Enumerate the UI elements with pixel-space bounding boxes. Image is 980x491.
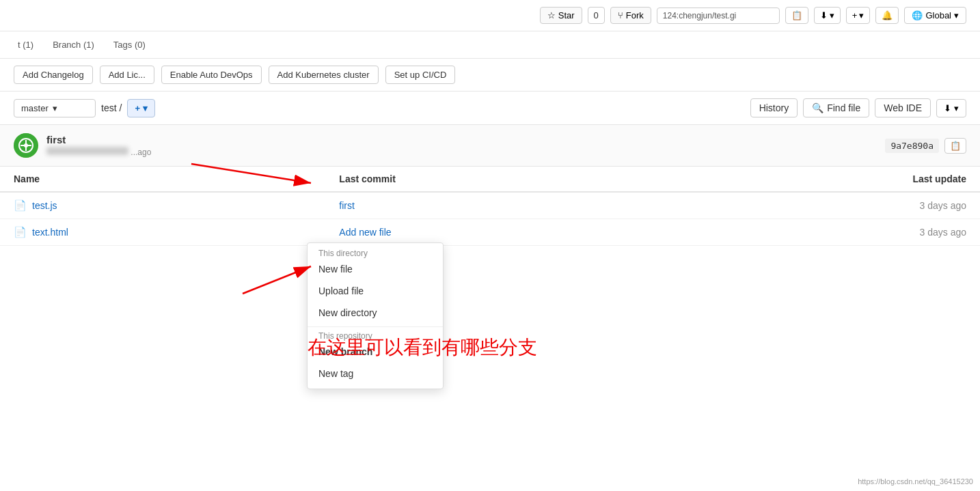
commit-row: first ...ago 9a7e890a 📋: [0, 125, 980, 167]
fork-icon: ⑂: [618, 10, 623, 20]
global-label: Global: [925, 10, 951, 20]
col-last-commit: Last commit: [325, 167, 658, 192]
top-bar: ☆ Star 0 ⑂ Fork 124:chengjun/test.gi 📋 ⬇…: [0, 0, 980, 31]
chevron-down-icon-global: ▾: [954, 10, 959, 20]
file-icon-1: 📄: [14, 199, 27, 212]
action-bar: Add Changelog Add Lic... Enable Auto Dev…: [0, 59, 980, 92]
path-breadcrumb: test /: [101, 102, 122, 113]
url-text: 124:chengjun/test.gi: [663, 11, 736, 20]
svg-point-4: [24, 143, 28, 148]
enable-auto-devops-button[interactable]: Enable Auto DevOps: [161, 66, 262, 84]
add-kubernetes-button[interactable]: Add Kubernetes cluster: [269, 66, 379, 84]
clone-icon-toolbar: ⬇: [944, 103, 951, 113]
commit-info: first ...ago: [46, 134, 877, 157]
commit-title: first: [46, 134, 877, 145]
commit-link-cell-2: Add new file: [325, 219, 658, 246]
chevron-down-icon-add: ▾: [143, 103, 148, 113]
global-button[interactable]: 🌐 Global ▾: [904, 7, 966, 24]
search-icon: 🔍: [812, 102, 824, 113]
global-icon: 🌐: [912, 10, 923, 20]
col-last-update: Last update: [658, 167, 980, 192]
commit-link-1[interactable]: first: [339, 200, 355, 211]
branch-select[interactable]: master ▾: [14, 99, 96, 117]
chevron-down-icon-branch: ▾: [53, 103, 57, 113]
dropdown-menu: This directory New file Upload file New …: [307, 242, 444, 246]
toolbar-right: History 🔍 Find file Web IDE ⬇ ▾: [750, 98, 966, 117]
history-button[interactable]: History: [750, 98, 798, 117]
bell-button[interactable]: 🔔: [875, 7, 899, 24]
last-update-cell-2: 3 days ago: [658, 219, 980, 246]
col-name: Name: [0, 167, 325, 192]
chevron-down-icon-plus: ▾: [859, 10, 864, 20]
bell-icon: 🔔: [882, 10, 893, 20]
commit-link-2[interactable]: Add new file: [339, 227, 391, 238]
fork-button[interactable]: ⑂ Fork: [610, 7, 651, 24]
add-file-button[interactable]: + ▾: [127, 99, 155, 117]
commit-meta: ...ago: [46, 147, 877, 157]
copy-hash-icon: 📋: [950, 141, 961, 151]
copy-url-button[interactable]: 📋: [785, 7, 808, 24]
avatar: [14, 133, 38, 158]
star-icon: ☆: [547, 10, 556, 20]
setup-ci-cd-button[interactable]: Set up CI/CD: [385, 66, 456, 84]
copy-hash-button[interactable]: 📋: [944, 138, 966, 154]
chevron-down-icon: ▾: [830, 10, 834, 20]
file-icon-2: 📄: [14, 226, 27, 238]
add-changelog-button[interactable]: Add Changelog: [14, 66, 93, 84]
clone-icon: ⬇: [820, 10, 828, 20]
file-table: Name Last commit Last update 📄 test.js f…: [0, 167, 980, 246]
commit-time: ...ago: [131, 148, 151, 157]
file-toolbar: master ▾ test / + ▾ History 🔍 Find file …: [0, 92, 980, 125]
table-row: 📄 text.html Add new file 3 days ago: [0, 219, 980, 246]
star-count: 0: [588, 7, 605, 24]
sub-nav-branch[interactable]: Branch (1): [49, 37, 98, 53]
file-name-cell-1: 📄 test.js: [0, 192, 325, 219]
file-link-1[interactable]: test.js: [32, 200, 57, 211]
add-icon: +: [135, 103, 140, 113]
table-row: 📄 test.js first 3 days ago: [0, 192, 980, 219]
commit-link-cell-1: first: [325, 192, 658, 219]
sub-nav-tags[interactable]: Tags (0): [109, 37, 150, 53]
commit-hash: 9a7e890a: [885, 139, 939, 153]
path-root: test: [101, 102, 117, 113]
chevron-down-icon-clone: ▾: [954, 103, 959, 113]
branch-name: master: [21, 103, 49, 113]
path-sep: /: [120, 102, 122, 113]
star-label: Star: [558, 10, 575, 20]
file-link-2[interactable]: text.html: [32, 227, 68, 238]
copy-icon: 📋: [791, 10, 802, 20]
sub-nav-commits[interactable]: t (1): [14, 37, 38, 53]
plus-dropdown-button[interactable]: + ▾: [846, 7, 871, 24]
plus-icon: +: [852, 10, 858, 20]
sub-nav: t (1) Branch (1) Tags (0): [0, 31, 980, 59]
clone-dropdown-button[interactable]: ⬇ ▾: [814, 7, 841, 24]
this-directory-label: This directory: [308, 244, 379, 246]
author-blurred: [46, 147, 128, 155]
find-file-button[interactable]: 🔍 Find file: [803, 98, 869, 117]
star-button[interactable]: ☆ Star: [540, 7, 582, 24]
last-update-cell-1: 3 days ago: [658, 192, 980, 219]
table-header-row: Name Last commit Last update: [0, 167, 980, 192]
commit-hash-area: 9a7e890a 📋: [885, 138, 966, 154]
add-license-button[interactable]: Add Lic...: [100, 66, 154, 84]
file-name-cell-2: 📄 text.html: [0, 219, 325, 246]
fork-label: Fork: [626, 10, 644, 20]
url-box: 124:chengjun/test.gi: [657, 8, 780, 24]
clone-dropdown-toolbar[interactable]: ⬇ ▾: [936, 99, 966, 117]
web-ide-button[interactable]: Web IDE: [875, 98, 931, 117]
